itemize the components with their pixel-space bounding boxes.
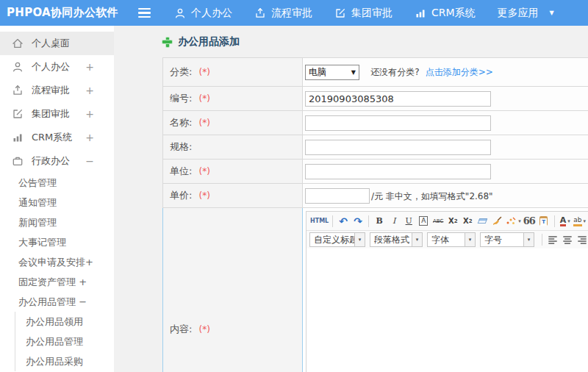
expand-icon[interactable]: +: [85, 108, 94, 120]
html-source-button[interactable]: HTML: [310, 214, 329, 228]
expand-icon[interactable]: +: [85, 61, 94, 73]
sidebar-item-label: 个人桌面: [32, 37, 94, 50]
unit-input[interactable]: [305, 164, 491, 179]
sub-mark: 2: [469, 218, 473, 224]
auto-typeset-button[interactable]: ▾: [505, 214, 521, 228]
align-right-button[interactable]: [576, 233, 588, 247]
editor-content-area[interactable]: [306, 248, 588, 372]
align-center-icon: [562, 235, 573, 245]
sidebar-subitem-news[interactable]: 新闻管理: [0, 212, 114, 232]
sidebar-item-group-approval[interactable]: 集团审批 +: [0, 102, 114, 126]
home-icon: [12, 37, 24, 49]
subitem-label: 公告管理: [18, 176, 57, 190]
nav-item-group-approval[interactable]: 集团审批: [334, 7, 392, 20]
font-color-button[interactable]: A▾: [559, 214, 572, 228]
sidebar-item-desktop[interactable]: 个人桌面: [0, 32, 114, 55]
sidebar-subitem-office-supplies[interactable]: 办公用品管理 −: [0, 292, 114, 312]
strikethrough-button[interactable]: ABC: [431, 214, 445, 228]
price-input[interactable]: [305, 188, 370, 204]
nav-item-personal-office[interactable]: 个人办公: [174, 7, 232, 20]
form-row-price: 单价: (*) /元 非中文，如填写格式"2.68": [163, 184, 588, 208]
field-label: 名称:: [170, 117, 192, 128]
sidebar-leaf-supplies-purchase[interactable]: 办公用品采购: [15, 351, 114, 371]
category-label-cell: 分类: (*): [163, 58, 303, 87]
content-label-cell: 内容: (*): [163, 208, 303, 372]
field-label: 单价:: [170, 190, 192, 201]
bold-button[interactable]: B: [373, 214, 386, 228]
sidebar-subitem-meeting[interactable]: 会议申请及安排+: [0, 252, 114, 272]
page-title: 办公用品添加: [162, 35, 588, 49]
form-row-unit: 单位: (*): [163, 160, 588, 184]
sidebar-item-label: CRM系统: [32, 131, 85, 144]
superscript-button[interactable]: X2: [446, 214, 459, 228]
required-mark: (*): [199, 324, 210, 335]
bar-chart-icon: [12, 132, 24, 143]
format-brush-button[interactable]: [490, 214, 503, 228]
collapse-icon[interactable]: −: [85, 155, 94, 167]
sparkle-icon: [505, 215, 517, 227]
user-icon: [12, 61, 24, 73]
leaf-label: 办公用品领用: [26, 315, 83, 329]
menu-icon[interactable]: [137, 5, 152, 21]
sidebar-subitem-events[interactable]: 大事记管理: [0, 232, 114, 252]
sidebar-item-personal-office[interactable]: 个人办公 +: [0, 55, 114, 79]
custom-heading-select[interactable]: 自定义标题▾: [309, 232, 365, 247]
highlight-color-button[interactable]: ab▾: [573, 214, 587, 228]
expand-icon[interactable]: +: [85, 132, 94, 143]
paragraph-format-select[interactable]: 段落格式▾: [370, 232, 423, 247]
sup-mark: 2: [454, 218, 458, 224]
upload-process-icon: [254, 7, 266, 19]
sidebar-item-process-approval[interactable]: 流程审批 +: [0, 79, 114, 102]
unit-label-cell: 单位: (*): [163, 160, 303, 184]
nav-item-process-approval[interactable]: 流程审批: [254, 7, 312, 20]
sidebar-subitem-notice[interactable]: 通知管理: [0, 193, 114, 212]
sidebar-item-admin-office[interactable]: 行政办公 −: [0, 149, 114, 173]
sidebar-subitem-announcement[interactable]: 公告管理: [0, 173, 114, 193]
underline-button[interactable]: U: [402, 214, 415, 228]
sidebar-subitem-fixed-assets[interactable]: 固定资产管理 +: [0, 272, 114, 292]
nav-item-crm[interactable]: CRM系统: [415, 7, 476, 20]
sidebar-leaf-supplies-management[interactable]: 办公用品管理: [15, 332, 114, 351]
app-logo: PHPOA协同办公软件: [0, 6, 137, 20]
font-family-select[interactable]: 字体▾: [427, 232, 476, 247]
expand-icon[interactable]: +: [85, 85, 94, 96]
combo-value: 字号: [481, 234, 523, 246]
combo-value: 自定义标题: [310, 234, 354, 246]
sidebar-item-crm[interactable]: CRM系统 +: [0, 126, 114, 149]
subscript-button[interactable]: X2: [461, 214, 474, 228]
highlight-glyph: ab: [573, 216, 581, 226]
chevron-down-icon: ▼: [550, 10, 554, 16]
price-label-cell: 单价: (*): [163, 184, 303, 208]
nav-label: 集团审批: [351, 7, 392, 20]
undo-button[interactable]: ↶: [337, 214, 350, 228]
spec-input[interactable]: [305, 140, 491, 155]
edit-icon: [12, 108, 24, 120]
eraser-button[interactable]: [476, 214, 489, 228]
paste-text-button[interactable]: T: [537, 214, 551, 228]
name-input[interactable]: [305, 115, 491, 131]
subitem-label: 大事记管理: [18, 236, 66, 249]
add-category-link[interactable]: 点击添加分类>>: [426, 67, 493, 77]
subitem-label: 固定资产管理 +: [18, 276, 87, 289]
italic-button[interactable]: I: [387, 214, 401, 228]
align-left-button[interactable]: [546, 233, 559, 247]
font-size-select[interactable]: 字号▾: [480, 232, 534, 247]
edit-icon: [334, 7, 346, 19]
combo-value: 段落格式: [370, 234, 412, 246]
page-title-text: 办公用品添加: [178, 35, 240, 49]
office-supplies-submenu: 办公用品领用 办公用品管理 办公用品采购: [15, 312, 114, 371]
price-format-hint: /元 非中文，如填写格式"2.68": [371, 191, 493, 201]
font-border-button[interactable]: A: [417, 214, 430, 228]
align-center-button[interactable]: [561, 233, 574, 247]
category-select[interactable]: 电脑 ▼: [305, 65, 359, 80]
sidebar-item-label: 集团审批: [32, 107, 85, 121]
user-icon: [174, 7, 186, 19]
blockquote-button[interactable]: 66: [523, 214, 536, 228]
nav-item-more-apps[interactable]: 更多应用 ▼: [498, 7, 554, 20]
redo-button[interactable]: ↷: [351, 214, 365, 228]
rich-text-editor: HTML ↶ ↷ B I U A ABC X2 X2: [306, 211, 588, 372]
sidebar-item-label: 行政办公: [32, 154, 85, 168]
code-input[interactable]: [305, 91, 491, 107]
spec-value-cell: [303, 135, 588, 160]
sidebar-leaf-supplies-requisition[interactable]: 办公用品领用: [15, 312, 114, 332]
